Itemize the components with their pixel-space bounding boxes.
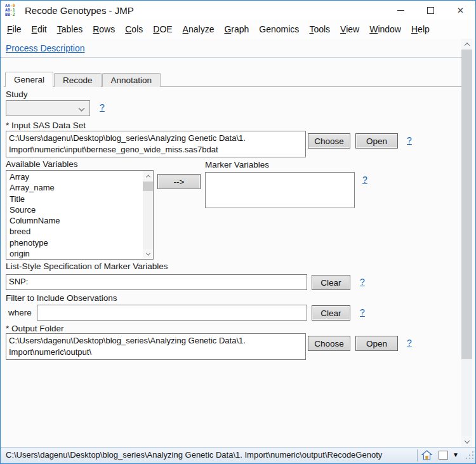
chevron-down-icon (464, 438, 469, 443)
menu-help[interactable]: Help (406, 24, 435, 34)
input-sas-label: * Input SAS Data Set (6, 121, 86, 130)
close-icon (457, 6, 464, 15)
list-scrollbar[interactable] (143, 171, 153, 259)
output-choose-button[interactable]: Choose (308, 336, 350, 351)
window-controls (386, 1, 475, 20)
maximize-button[interactable] (416, 1, 446, 20)
app-logo-icon: AA-0 AB-1 BB-2 (5, 3, 20, 17)
menu-cols[interactable]: Cols (120, 24, 148, 34)
tab-annotation[interactable]: Annotation (102, 73, 161, 87)
chevron-up-icon (464, 43, 469, 48)
close-button[interactable] (446, 1, 475, 20)
list-item[interactable]: ColumnName (6, 215, 142, 226)
list-item[interactable]: phenotype (6, 237, 142, 248)
study-label: Study (6, 89, 28, 99)
list-item[interactable]: Source (6, 204, 142, 215)
menu-edit[interactable]: Edit (27, 24, 52, 34)
list-style-field[interactable]: SNP: (6, 274, 307, 290)
process-description-link[interactable]: Process Description (6, 43, 85, 53)
list-style-label: List-Style Specification of Marker Varia… (6, 262, 168, 271)
menu-tables[interactable]: Tables (52, 24, 88, 34)
menu-doe[interactable]: DOE (148, 24, 177, 34)
marker-variables-label: Marker Variables (205, 160, 269, 169)
divider (1, 57, 461, 58)
menu-view[interactable]: View (335, 24, 364, 34)
home-icon[interactable] (421, 450, 432, 460)
output-folder-help-link[interactable]: ? (407, 338, 412, 348)
resize-grip[interactable] (466, 451, 474, 462)
marker-variables-help-link[interactable]: ? (362, 175, 367, 185)
where-label: where (8, 308, 32, 317)
output-open-button[interactable]: Open (355, 336, 398, 351)
minimize-icon (397, 10, 404, 11)
list-item[interactable]: Array (6, 171, 142, 182)
study-help-link[interactable]: ? (100, 102, 105, 112)
available-variables-items: Array Array_name Title Source ColumnName… (6, 171, 142, 259)
menu-tools[interactable]: Tools (304, 24, 335, 34)
chevron-down-icon (145, 251, 150, 255)
tab-recode[interactable]: Recode (54, 73, 102, 87)
window-state-icon[interactable] (439, 451, 448, 460)
input-sas-line2: Import\numeric\input\bernese_geno_wide_m… (9, 144, 303, 156)
window-title: Recode Genotypes - JMP (25, 5, 134, 16)
list-item[interactable]: breed (6, 226, 142, 237)
app-window: AA-0 AB-1 BB-2 Recode Genotypes - JMP Fi… (0, 0, 476, 464)
menu-analyze[interactable]: Analyze (178, 24, 220, 34)
scrollbar-thumb[interactable] (143, 182, 153, 191)
tab-general[interactable]: General (5, 72, 53, 87)
study-dropdown[interactable] (6, 100, 90, 116)
menu-file[interactable]: File (2, 24, 27, 34)
list-item[interactable]: Title (6, 194, 142, 204)
status-path-text: C:\Users\dagenu\Desktop\blog_series\Anal… (6, 450, 414, 460)
scroll-down-button[interactable] (143, 249, 153, 259)
list-style-help-link[interactable]: ? (360, 277, 365, 287)
menu-window[interactable]: Window (364, 24, 406, 34)
status-bar: C:\Users\dagenu\Desktop\blog_series\Anal… (1, 447, 475, 463)
divider (417, 449, 418, 461)
list-style-clear-button[interactable]: Clear (312, 275, 350, 290)
available-variables-label: Available Variables (6, 159, 78, 169)
tab-strip: General Recode Annotation (5, 72, 161, 87)
filter-field[interactable] (37, 305, 307, 321)
list-item[interactable]: origin (6, 248, 142, 259)
filter-clear-button[interactable]: Clear (312, 305, 350, 321)
title-bar: AA-0 AB-1 BB-2 Recode Genotypes - JMP (1, 1, 475, 20)
chevron-down-icon (79, 105, 85, 112)
filter-help-link[interactable]: ? (360, 307, 365, 317)
list-style-value: SNP: (9, 276, 304, 288)
maximize-icon (427, 7, 434, 14)
list-item[interactable]: Array_name (6, 182, 142, 193)
menu-genomics[interactable]: Genomics (254, 24, 304, 34)
output-folder-field[interactable]: C:\Users\dagenu\Desktop\blog_series\Anal… (6, 333, 306, 360)
icon-row: BB-2 (5, 13, 20, 17)
scroll-up-button[interactable] (143, 171, 153, 181)
menu-bar: File Edit Tables Rows Cols DOE Analyze G… (1, 20, 475, 39)
move-to-marker-button[interactable]: --> (157, 174, 201, 189)
menu-rows[interactable]: Rows (88, 24, 120, 34)
vertical-scrollbar[interactable] (461, 39, 472, 447)
minimize-button[interactable] (386, 1, 416, 20)
output-folder-line2: Import\numeric\output\ (9, 347, 303, 358)
filter-label: Filter to Include Observations (6, 293, 117, 303)
scrollbar-thumb[interactable] (461, 50, 472, 359)
menu-graph[interactable]: Graph (219, 24, 254, 34)
scroll-up-button[interactable] (461, 39, 472, 50)
marker-variables-list[interactable] (205, 172, 355, 208)
input-sas-line1: C:\Users\dagenu\Desktop\blog_series\Anal… (9, 133, 303, 144)
input-open-button[interactable]: Open (355, 133, 398, 149)
input-sas-help-link[interactable]: ? (407, 135, 412, 145)
available-variables-list[interactable]: Array Array_name Title Source ColumnName… (6, 170, 154, 260)
output-folder-line1: C:\Users\dagenu\Desktop\blog_series\Anal… (9, 335, 303, 347)
input-choose-button[interactable]: Choose (308, 133, 350, 149)
input-sas-field[interactable]: C:\Users\dagenu\Desktop\blog_series\Anal… (6, 131, 306, 157)
caret-down-icon[interactable] (453, 451, 459, 458)
chevron-up-icon (145, 175, 150, 179)
output-folder-label: * Output Folder (6, 324, 64, 333)
scroll-down-button[interactable] (461, 436, 472, 447)
